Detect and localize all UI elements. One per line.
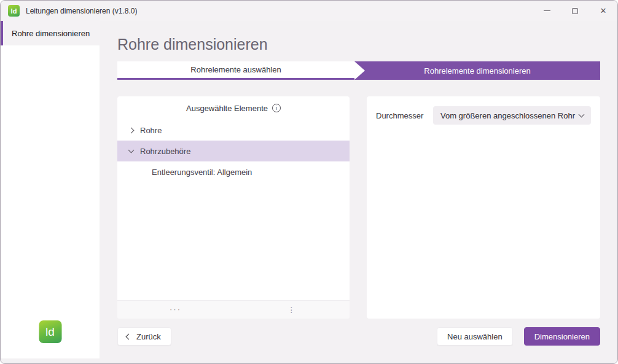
reselect-button[interactable]: Neu auswählen xyxy=(437,327,513,346)
selected-elements-panel: Ausgewählte Elemente i Rohre Rohrzubehör… xyxy=(117,96,350,319)
close-icon: ✕ xyxy=(600,6,607,15)
wizard-step-label: Rohrelemente auswählen xyxy=(190,65,281,74)
minimize-icon xyxy=(544,10,550,11)
app-icon: ld xyxy=(8,5,20,17)
info-icon[interactable]: i xyxy=(272,104,281,112)
sidebar-item-rohre-dimensionieren[interactable]: Rohre dimensionieren xyxy=(1,21,100,45)
vertical-ellipsis-icon[interactable]: ⋮ xyxy=(288,306,295,314)
page-title: Rohre dimensionieren xyxy=(117,36,600,52)
chevron-down-icon xyxy=(128,147,135,153)
elements-tree: Rohre Rohrzubehöre Entleerungsventil: Al… xyxy=(117,120,350,300)
wizard-step-arrow-icon xyxy=(354,61,365,80)
main-content: Rohre dimensionieren Rohrelemente auswäh… xyxy=(100,21,618,364)
chevron-right-icon xyxy=(128,127,135,133)
tree-item-entleerungsventil[interactable]: Entleerungsventil: Allgemein xyxy=(117,161,350,182)
diameter-label: Durchmesser xyxy=(376,111,423,120)
app-window: ld Leitungen dimensionieren (v1.8.0) ✕ R… xyxy=(0,0,618,364)
window-title: Leitungen dimensionieren (v1.8.0) xyxy=(26,7,137,15)
maximize-icon xyxy=(572,8,578,14)
diameter-dropdown-value: Vom größeren angeschlossenen Rohr xyxy=(440,111,575,120)
horizontal-ellipsis-icon[interactable]: ··· xyxy=(170,304,181,314)
tree-item-label: Rohre xyxy=(140,126,162,135)
sidebar-item-label: Rohre dimensionieren xyxy=(12,29,90,38)
wizard-steps: Rohrelemente auswählen Rohrelemente dime… xyxy=(117,61,600,80)
properties-panel: Durchmesser Vom größeren angeschlossenen… xyxy=(367,96,600,319)
sidebar: Rohre dimensionieren ld xyxy=(1,21,100,358)
panel-footer: ··· ⋮ xyxy=(117,300,350,319)
tree-item-rohre[interactable]: Rohre xyxy=(117,120,350,141)
back-button[interactable]: Zurück xyxy=(117,327,171,346)
diameter-row: Durchmesser Vom größeren angeschlossenen… xyxy=(376,106,591,125)
wizard-step-dimension-elements[interactable]: Rohrelemente dimensionieren xyxy=(354,61,600,80)
tree-item-label: Rohrzubehöre xyxy=(140,147,190,156)
diameter-dropdown[interactable]: Vom größeren angeschlossenen Rohr xyxy=(433,106,591,125)
close-button[interactable]: ✕ xyxy=(589,1,617,21)
maximize-button[interactable] xyxy=(561,1,589,21)
wizard-step-select-elements[interactable]: Rohrelemente auswählen xyxy=(117,61,354,80)
dimension-button[interactable]: Dimensionieren xyxy=(524,327,600,346)
chevron-left-icon xyxy=(126,333,132,339)
titlebar: ld Leitungen dimensionieren (v1.8.0) ✕ xyxy=(1,1,617,21)
chevron-down-icon xyxy=(579,112,585,118)
app-logo: ld xyxy=(39,320,61,343)
tree-item-label: Entleerungsventil: Allgemein xyxy=(152,168,252,177)
wizard-step-label: Rohrelemente dimensionieren xyxy=(424,66,530,76)
reselect-button-label: Neu auswählen xyxy=(447,332,503,341)
selected-elements-header-label: Ausgewählte Elemente xyxy=(186,104,268,113)
back-button-label: Zurück xyxy=(136,332,161,341)
minimize-button[interactable] xyxy=(533,1,561,21)
selected-elements-header: Ausgewählte Elemente i xyxy=(117,96,350,120)
dimension-button-label: Dimensionieren xyxy=(534,332,590,341)
tree-item-rohrzubehoere[interactable]: Rohrzubehöre xyxy=(117,141,350,161)
bottom-buttons: Zurück Neu auswählen Dimensionieren xyxy=(117,327,600,346)
